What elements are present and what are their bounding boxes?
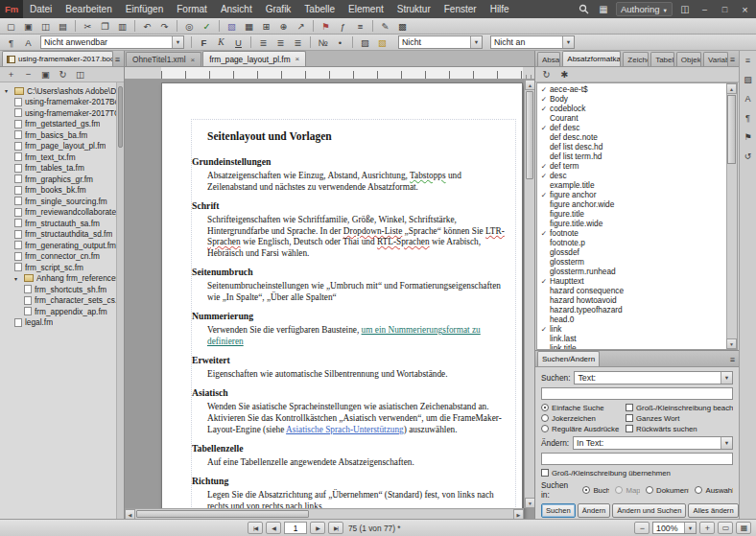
radio-button[interactable] <box>582 486 590 494</box>
close-tab-icon[interactable] <box>191 56 196 64</box>
book-tree-item[interactable]: using-framemaker-2017TOC.fm <box>0 107 116 119</box>
book-tree-item[interactable]: legal.fm <box>0 317 116 329</box>
align-right-icon[interactable]: ≣ <box>290 35 306 50</box>
update-book-icon[interactable]: ↻ <box>55 67 71 82</box>
paragraph-format-item[interactable]: footnote <box>537 228 725 238</box>
expand-arrow-icon[interactable] <box>14 275 21 282</box>
horizontal-scrollbar[interactable] <box>125 508 524 519</box>
paragraph-format-item[interactable]: link.last <box>537 334 725 343</box>
hyperlink-icon[interactable]: ⊕ <box>275 19 292 34</box>
panel-tab[interactable]: Variab <box>703 52 728 66</box>
insert-table-icon[interactable]: ▦ <box>241 19 257 34</box>
save-book-icon[interactable]: ◫ <box>72 67 88 82</box>
scope-option[interactable]: Dokument <box>646 485 689 495</box>
book-tree-item[interactable]: frm_basics_ba.fm <box>0 129 116 141</box>
book-tree-item[interactable]: frm_shortcuts_sh.fm <box>0 284 116 295</box>
variable-icon[interactable]: ƒ <box>335 19 351 34</box>
vertical-scrollbar[interactable] <box>524 80 534 508</box>
menu-item[interactable]: Struktur <box>390 4 437 14</box>
character-designer-icon[interactable]: A <box>20 35 36 50</box>
catalog-scrollbar[interactable] <box>726 83 737 349</box>
book-tree-item[interactable]: frm_books_bk.fm <box>0 185 116 197</box>
menu-item[interactable]: Format <box>170 4 214 14</box>
book-tree-item[interactable]: frm_getstarted_gs.fm <box>0 119 116 130</box>
app-logo[interactable]: Fm <box>0 0 23 18</box>
search-scope-combo[interactable]: Text: <box>574 371 733 385</box>
bullet-list-icon[interactable]: • <box>332 35 348 50</box>
redo-icon[interactable]: ↷ <box>156 19 173 34</box>
panel-tab[interactable]: Tabell <box>650 52 674 66</box>
open-files-icon[interactable]: ▣ <box>37 67 54 82</box>
remove-file-icon[interactable]: − <box>20 67 36 82</box>
previous-page-button[interactable] <box>266 522 281 534</box>
paragraph-panel-icon[interactable]: ¶ <box>742 111 755 124</box>
paragraph-format-item[interactable]: Haupttext <box>537 276 725 286</box>
checkbox[interactable] <box>626 404 633 411</box>
panel-menu-icon[interactable]: ≡ <box>742 54 755 66</box>
scope-option[interactable]: Buch <box>582 485 609 495</box>
paragraph-format-item[interactable]: def list term.hd <box>537 151 725 161</box>
maximize-button[interactable] <box>718 5 732 14</box>
paragraph-designer-icon[interactable]: ¶ <box>3 35 19 50</box>
paragraph-format-item[interactable]: codeblock <box>537 104 725 113</box>
scroll-left-icon[interactable] <box>125 509 135 519</box>
scrollbar-thumb[interactable] <box>526 91 533 179</box>
find-icon[interactable]: ◎ <box>181 19 198 34</box>
insert-image-icon[interactable]: ▧ <box>224 19 240 34</box>
bold-icon[interactable]: F <box>196 35 212 50</box>
new-document-icon[interactable]: ▢ <box>3 19 19 34</box>
book-scrollbar[interactable] <box>116 82 124 519</box>
paragraph-format-item[interactable]: Body <box>537 94 725 104</box>
paragraph-format-item[interactable]: def term <box>537 161 725 171</box>
book-tree-item[interactable]: frm_page_layout_pl.fm <box>0 141 116 152</box>
page-number-input[interactable] <box>284 522 307 534</box>
scroll-up-icon[interactable] <box>525 80 534 90</box>
paragraph-format-item[interactable]: footnote.p <box>537 238 725 247</box>
search-icon[interactable] <box>578 4 591 14</box>
scroll-right-icon[interactable] <box>513 509 524 519</box>
radio-button[interactable] <box>695 486 702 494</box>
paragraph-format-item[interactable]: figure.title <box>537 209 725 219</box>
book-tree-item[interactable]: frm_text_tx.fm <box>0 151 116 163</box>
panel-tab[interactable]: Zeiche <box>623 52 649 66</box>
scroll-down-icon[interactable] <box>525 498 534 508</box>
paragraph-format-item[interactable]: Courant <box>537 113 725 123</box>
book-tree-item[interactable]: frm_character_sets_cs.fm <box>0 295 116 307</box>
text-segment-styled[interactable]: Asiatische Sprach-Unterstützung <box>286 425 404 434</box>
zoom-level-combo[interactable]: 100% <box>652 522 697 534</box>
menu-item[interactable]: Ansicht <box>214 4 259 14</box>
horizontal-ruler[interactable] <box>125 67 534 80</box>
document-tab[interactable]: OhneTitel1.xml <box>126 52 201 66</box>
book-tree-item[interactable]: frm_structauth_sa.fm <box>0 218 116 229</box>
book-tree-item[interactable]: frm_reviewandcollaborate_re.f <box>0 207 116 219</box>
panel-tab[interactable]: Objekt <box>676 52 701 66</box>
align-left-icon[interactable]: ≣ <box>255 35 272 50</box>
paragraph-format-item[interactable]: link <box>537 324 725 334</box>
radio-button[interactable] <box>541 425 549 432</box>
close-button[interactable] <box>738 4 752 15</box>
panel-tab[interactable]: Absat <box>537 52 560 66</box>
find-option[interactable]: Groß-/Kleinschreibung beachten <box>626 403 733 412</box>
paragraph-format-item[interactable]: hazard.typeofhazard <box>537 305 725 315</box>
scroll-down-icon[interactable] <box>726 338 737 349</box>
refresh-catalog-icon[interactable]: ↻ <box>538 67 555 82</box>
paragraph-format-item[interactable]: figure.title.wide <box>537 219 725 228</box>
book-tree-item[interactable]: frm_single_sourcing.fm <box>0 196 116 207</box>
find-option[interactable]: Rückwärts suchen <box>626 424 733 433</box>
find-option[interactable]: Ganzes Wort <box>626 413 733 423</box>
workspace-switcher[interactable]: Authoring <box>616 2 673 16</box>
paragraph-format-item[interactable]: example.title <box>537 180 725 190</box>
workspace-grid-icon[interactable] <box>597 4 610 14</box>
next-page-button[interactable] <box>310 522 325 534</box>
paragraph-format-item[interactable]: glossterm <box>537 257 725 267</box>
italic-icon[interactable]: K <box>213 35 229 50</box>
change-all-button[interactable]: Alles ändern <box>688 503 738 518</box>
marker-icon[interactable]: ⚑ <box>318 19 334 34</box>
paragraph-format-item[interactable]: def desc <box>537 123 725 132</box>
open-document-icon[interactable]: ▣ <box>20 19 36 34</box>
close-tab-icon[interactable] <box>295 55 300 63</box>
book-tree-item[interactable]: Anhang frm_references_re.fm <box>0 273 116 285</box>
change-scope-combo[interactable]: In Text: <box>573 436 733 450</box>
track-changes-icon[interactable]: ✎ <box>377 19 393 34</box>
last-page-button[interactable] <box>328 522 343 534</box>
